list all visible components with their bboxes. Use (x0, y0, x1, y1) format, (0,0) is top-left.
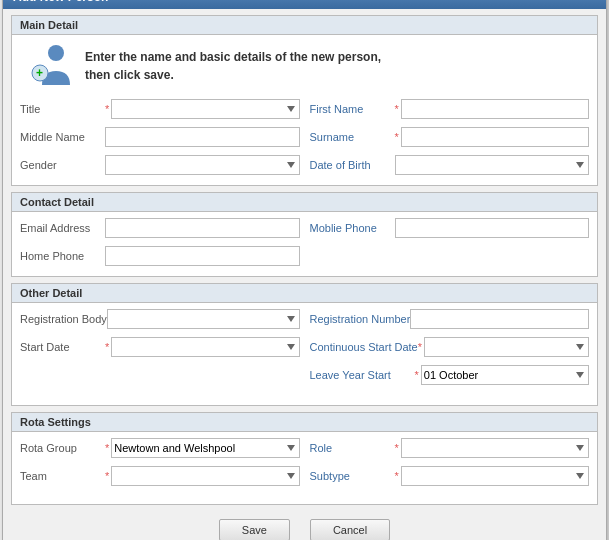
role-label: Role (310, 442, 395, 454)
surname-input[interactable] (401, 127, 589, 147)
leave-year-start-label: Leave Year Start (310, 369, 415, 381)
title-required: * (105, 103, 109, 115)
dialog-footer: Save Cancel (11, 511, 598, 540)
subtype-select[interactable] (401, 466, 589, 486)
rota-group-row: Rota Group * Newtown and Welshpool (20, 438, 300, 458)
first-name-input[interactable] (401, 99, 589, 119)
title-row: Title * (20, 99, 300, 119)
svg-point-0 (48, 45, 64, 61)
surname-row: Surname * (310, 127, 590, 147)
role-select[interactable] (401, 438, 589, 458)
date-of-birth-select[interactable] (395, 155, 590, 175)
leave-year-start-select[interactable]: 01 October (421, 365, 589, 385)
middle-name-label: Middle Name (20, 131, 105, 143)
gender-select[interactable] (105, 155, 300, 175)
start-date-required: * (105, 341, 109, 353)
registration-body-label: Registration Body (20, 313, 107, 325)
first-name-required: * (395, 103, 399, 115)
home-phone-input[interactable] (105, 246, 300, 266)
surname-required: * (395, 131, 399, 143)
person-icon: + (28, 41, 74, 95)
registration-number-row: Registration Number (310, 309, 590, 329)
leave-year-start-row: Leave Year Start * 01 October (310, 365, 590, 385)
home-phone-row: Home Phone (20, 246, 300, 266)
registration-number-input[interactable] (410, 309, 589, 329)
rota-group-label: Rota Group (20, 442, 105, 454)
middle-name-row: Middle Name (20, 127, 300, 147)
registration-body-select[interactable] (107, 309, 300, 329)
mobile-phone-row: Moblie Phone (310, 218, 590, 238)
surname-label: Surname (310, 131, 395, 143)
email-address-input[interactable] (105, 218, 300, 238)
continuous-start-date-select[interactable] (424, 337, 589, 357)
continuous-start-date-required: * (418, 341, 422, 353)
dialog-title: Add New Person (3, 0, 606, 9)
title-label: Title (20, 103, 105, 115)
first-name-row: First Name * (310, 99, 590, 119)
role-required: * (395, 442, 399, 454)
role-row: Role * (310, 438, 590, 458)
team-label: Team (20, 470, 105, 482)
leave-year-start-required: * (415, 369, 419, 381)
main-detail-title: Main Detail (12, 16, 597, 35)
rota-settings-title: Rota Settings (12, 413, 597, 432)
gender-label: Gender (20, 159, 105, 171)
rota-settings-section: Rota Settings Rota Group * Newtown and W… (11, 412, 598, 505)
home-phone-label: Home Phone (20, 250, 105, 262)
registration-body-row: Registration Body (20, 309, 300, 329)
subtype-label: Subtype (310, 470, 395, 482)
main-detail-section: Main Detail + Enter the name (11, 15, 598, 186)
registration-number-label: Registration Number (310, 313, 411, 325)
cancel-button[interactable]: Cancel (310, 519, 390, 540)
save-button[interactable]: Save (219, 519, 290, 540)
email-address-row: Email Address (20, 218, 300, 238)
add-new-person-dialog: Add New Person Main Detail + (2, 0, 607, 540)
email-address-label: Email Address (20, 222, 105, 234)
team-select[interactable] (111, 466, 299, 486)
mobile-phone-label: Moblie Phone (310, 222, 395, 234)
mobile-phone-input[interactable] (395, 218, 590, 238)
date-of-birth-label: Date of Birth (310, 159, 395, 171)
gender-row: Gender (20, 155, 300, 175)
main-detail-header-text: Enter the name and basic details of the … (85, 48, 381, 84)
title-select[interactable] (111, 99, 299, 119)
svg-text:+: + (36, 66, 43, 80)
other-detail-section: Other Detail Registration Body Registrat… (11, 283, 598, 406)
subtype-required: * (395, 470, 399, 482)
date-of-birth-row: Date of Birth (310, 155, 590, 175)
team-row: Team * (20, 466, 300, 486)
rota-group-required: * (105, 442, 109, 454)
start-date-select[interactable] (111, 337, 299, 357)
team-required: * (105, 470, 109, 482)
continuous-start-date-row: Continuous Start Date * (310, 337, 590, 357)
rota-group-select[interactable]: Newtown and Welshpool (111, 438, 299, 458)
start-date-row: Start Date * (20, 337, 300, 357)
person-icon-area: + (20, 41, 75, 91)
contact-detail-section: Contact Detail Email Address Moblie Phon… (11, 192, 598, 277)
continuous-start-date-label: Continuous Start Date (310, 341, 418, 353)
start-date-label: Start Date (20, 341, 105, 353)
contact-detail-title: Contact Detail (12, 193, 597, 212)
subtype-row: Subtype * (310, 466, 590, 486)
other-detail-title: Other Detail (12, 284, 597, 303)
first-name-label: First Name (310, 103, 395, 115)
middle-name-input[interactable] (105, 127, 300, 147)
